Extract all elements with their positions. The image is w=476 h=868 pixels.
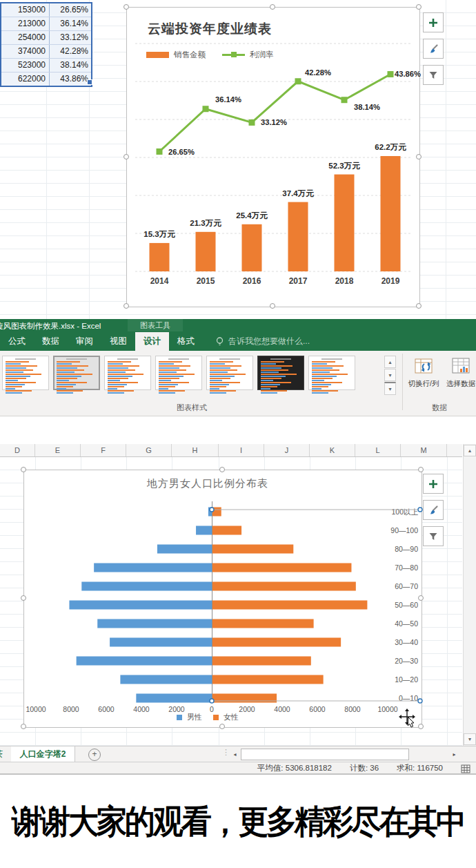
ribbon-tab-审阅[interactable]: 审阅 [68, 332, 101, 351]
cell-amount[interactable]: 523000 [1, 59, 50, 72]
line-marker[interactable] [295, 78, 301, 84]
table-row[interactable]: 52300038.14% [1, 59, 91, 73]
horizontal-scrollbar-thumb[interactable] [241, 749, 409, 760]
column-header-F[interactable]: F [81, 444, 126, 456]
bar-2016[interactable] [242, 224, 262, 271]
male-bar-0—10[interactable] [136, 694, 212, 703]
column-header-G[interactable]: G [126, 444, 172, 456]
table-row[interactable]: 25400033.12% [1, 31, 91, 45]
scroll-left-icon[interactable]: ◂ [230, 749, 239, 760]
cell-amount[interactable]: 213000 [1, 17, 50, 30]
pyramid-chart-plot[interactable]: 100以上90—10080—9070—8060—7050—6040—5030—4… [24, 470, 422, 727]
female-bar-10—20[interactable] [212, 675, 324, 684]
column-header-E[interactable]: E [35, 444, 81, 456]
chart-filters-funnel-button[interactable] [423, 65, 444, 85]
column-header-M[interactable]: M [401, 444, 447, 456]
male-bar-90—100[interactable] [196, 526, 212, 535]
cell-amount[interactable]: 153000 [1, 3, 50, 17]
legend-item-male[interactable]: 男性 [177, 712, 202, 722]
male-bar-50—60[interactable] [69, 601, 212, 610]
bar-2015[interactable] [196, 232, 216, 271]
pyramid-chart[interactable]: 地方男女人口比例分布表 100以上90—10080—9070—8060—7050… [23, 470, 422, 728]
bar-2014[interactable] [150, 243, 170, 271]
new-sheet-button[interactable]: + [88, 749, 101, 761]
profit-rate-line[interactable] [159, 74, 390, 151]
cell-amount[interactable]: 374000 [1, 45, 50, 58]
male-bar-80—90[interactable] [157, 545, 212, 554]
male-bar-40—50[interactable] [97, 619, 212, 628]
chart-title[interactable]: 地方男女人口比例分布表 [24, 477, 422, 490]
female-bar-20—30[interactable] [212, 657, 311, 666]
column-header-K[interactable]: K [310, 444, 355, 456]
line-marker[interactable] [341, 97, 348, 103]
bar-2019[interactable] [381, 156, 401, 271]
tell-me-box[interactable]: 告诉我您想要做什么... [215, 332, 310, 351]
tab-splitter-dots-icon[interactable]: ⋮ [222, 748, 230, 757]
line-marker[interactable] [249, 119, 255, 126]
gallery-more-icon[interactable]: ▾ [384, 382, 396, 395]
male-bar-30—40[interactable] [110, 638, 212, 647]
cell-rate[interactable]: 26.65% [50, 3, 91, 17]
table-row[interactable]: 37400042.28% [1, 45, 91, 59]
bar-2018[interactable] [335, 175, 355, 271]
sheet-tab-partial[interactable]: 茶 [0, 746, 12, 762]
ribbon-tab-数据[interactable]: 数据 [34, 332, 68, 351]
chart-title[interactable]: 云端投资年度业绩表 [148, 20, 272, 38]
ribbon-tab-视图[interactable]: 视图 [101, 332, 135, 351]
male-bar-20—30[interactable] [77, 657, 212, 666]
cell-rate[interactable]: 36.14% [50, 17, 91, 30]
female-bar-30—40[interactable] [212, 638, 341, 647]
column-header-D[interactable]: D [0, 444, 35, 456]
female-bar-50—60[interactable] [212, 601, 367, 610]
line-marker[interactable] [157, 148, 163, 155]
ribbon-tab-格式[interactable]: 格式 [169, 332, 203, 351]
male-bar-10—20[interactable] [120, 675, 212, 684]
chart-style-thumbnail-6[interactable] [257, 356, 304, 390]
selection-endpoint[interactable] [210, 699, 214, 703]
scroll-up-icon[interactable]: ▴ [464, 445, 476, 456]
bar-2017[interactable] [288, 202, 308, 271]
table-row[interactable]: 21300036.14% [1, 17, 91, 31]
chart-filters-funnel-button[interactable] [423, 526, 444, 546]
add-chart-element-button[interactable] [423, 12, 444, 32]
selection-endpoint[interactable] [418, 508, 422, 512]
scroll-right-icon[interactable]: ▸ [450, 749, 459, 760]
chart-style-thumbnail-3[interactable] [104, 356, 151, 390]
chart-styles-brush-button[interactable] [423, 500, 444, 520]
normal-view-grid-icon[interactable] [461, 764, 470, 773]
vertical-scrollbar[interactable] [463, 444, 476, 746]
female-bar-60—70[interactable] [212, 582, 356, 591]
cell-rate[interactable]: 42.28% [50, 45, 91, 58]
chart-style-thumbnail-2[interactable] [53, 356, 100, 390]
male-bar-70—80[interactable] [94, 563, 212, 572]
line-marker[interactable] [388, 71, 394, 77]
sheet-tab-active[interactable]: 人口金字塔2 [11, 746, 75, 762]
cell-amount[interactable]: 254000 [1, 31, 50, 44]
table-row[interactable]: 62200043.86% [1, 73, 91, 86]
legend-item-profit-rate[interactable]: 利润率 [222, 50, 274, 60]
ribbon-tab-公式[interactable]: 公式 [0, 332, 34, 351]
selected-range[interactable]: 15300026.65%21300036.14%25400033.12%3740… [0, 2, 92, 87]
female-bar-40—50[interactable] [212, 619, 314, 628]
fill-handle[interactable] [87, 79, 92, 85]
selection-endpoint[interactable] [418, 699, 422, 703]
female-bar-90—100[interactable] [212, 526, 241, 535]
chart-legend[interactable]: 销售金额 利润率 [146, 50, 274, 60]
column-header-H[interactable]: H [172, 444, 219, 456]
cell-rate[interactable]: 33.12% [50, 31, 91, 44]
legend-item-female[interactable]: 女性 [213, 712, 239, 722]
chart-legend[interactable]: 男性 女性 [24, 712, 422, 722]
female-bar-70—80[interactable] [212, 563, 351, 572]
gallery-scroll-up-icon[interactable]: ▴ [384, 356, 396, 368]
chart-style-thumbnail-7[interactable] [308, 356, 355, 390]
scroll-down-icon[interactable]: ▾ [464, 733, 476, 745]
female-bar-0—10[interactable] [212, 694, 277, 703]
cell-amount[interactable]: 622000 [1, 73, 50, 86]
table-row[interactable]: 15300026.65% [1, 3, 91, 17]
chart-style-thumbnail-5[interactable] [206, 356, 253, 390]
selection-endpoint[interactable] [210, 508, 214, 512]
ribbon-tab-设计[interactable]: 设计 [135, 332, 169, 351]
switch-row-column-button[interactable]: 切换行/列 [404, 355, 443, 389]
column-header-I[interactable]: I [219, 444, 264, 456]
legend-item-sales[interactable]: 销售金额 [146, 50, 206, 60]
